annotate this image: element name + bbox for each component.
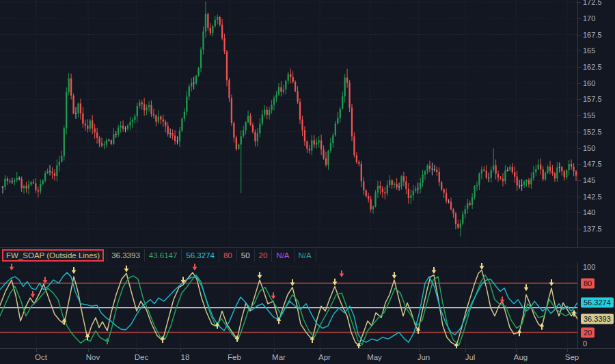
price-axis-tick [578, 35, 581, 36]
price-axis-tick [578, 132, 581, 132]
oscillator-axis-label: 100 [583, 263, 595, 271]
oscillator-axis[interactable]: 10008056.327436.339320 [577, 262, 615, 348]
month-label: May [367, 353, 382, 361]
legend-value: 56.3274 [181, 249, 219, 262]
price-axis-label: 157.5 [583, 95, 602, 103]
price-axis-tick [578, 180, 581, 181]
price-axis-tick [578, 197, 581, 197]
time-axis-tick [137, 349, 137, 352]
price-axis-tick [578, 212, 581, 213]
price-axis-label: 142.5 [583, 193, 602, 201]
month-label: Jun [418, 353, 430, 361]
month-label: Nov [86, 353, 100, 361]
month-label: Sep [565, 353, 579, 361]
price-axis-tick [578, 115, 581, 116]
price-axis-label: 147.5 [583, 160, 602, 168]
indicator-legend-strip: FW_SOAP (Outside Lines) 36.339343.614756… [0, 247, 615, 262]
month-label: Mar [272, 353, 286, 361]
time-axis-tick [370, 349, 370, 352]
price-axis-label: 167.5 [583, 31, 602, 39]
indicator-title-box[interactable]: FW_SOAP (Outside Lines) [2, 249, 104, 262]
time-axis-tick [180, 349, 181, 352]
month-label: Aug [514, 353, 528, 361]
main-grid [0, 0, 577, 247]
legend-value: N/A [294, 249, 316, 262]
price-axis-label: 140 [583, 208, 595, 216]
price-axis-label: 162.5 [583, 63, 602, 71]
price-axis-tick [578, 51, 581, 51]
month-label: Jul [465, 353, 476, 361]
price-axis-label: 165 [583, 46, 595, 55]
legend-value: 43.6147 [144, 249, 182, 262]
legend-value: 80 [219, 249, 236, 262]
price-axis-tick [578, 18, 581, 19]
time-axis-tick [320, 349, 320, 352]
price-axis[interactable]: 137.5140142.5145147.5150152.5155157.5160… [577, 0, 615, 247]
price-axis-tick [578, 67, 581, 68]
time-axis-tick [230, 349, 230, 352]
legend-value: N/A [271, 249, 293, 262]
time-axis-tick [36, 349, 37, 352]
price-axis-tick [578, 83, 581, 84]
price-axis-tick [578, 164, 581, 165]
main-price-pane[interactable] [0, 0, 577, 247]
oscillator-canvas[interactable] [0, 262, 577, 348]
legend-value: 50 [236, 249, 254, 262]
axis-value-badge: 36.3393 [581, 314, 614, 324]
price-axis-label: 137.5 [583, 225, 602, 233]
time-axis[interactable]: OctNovDec18FebMarAprMayJunJulAugSep [0, 348, 615, 364]
time-axis-tick [274, 349, 275, 352]
time-axis-tick [516, 349, 517, 352]
indicator-values: 36.339343.614756.3274805020N/AN/A [107, 249, 316, 262]
trading-chart-window: 137.5140142.5145147.5150152.5155157.5160… [0, 0, 615, 364]
time-axis-tick [88, 349, 89, 352]
time-axis-tick [465, 349, 466, 352]
price-axis-tick [578, 148, 581, 149]
legend-value: 20 [254, 249, 272, 262]
time-axis-tick [419, 349, 420, 352]
price-axis-label: 160 [583, 79, 595, 87]
price-axis-tick [578, 2, 581, 3]
price-axis-tick [578, 229, 581, 229]
price-axis-label: 155 [583, 111, 595, 120]
indicator-title: FW_SOAP (Outside Lines) [6, 251, 100, 260]
legend-value: 36.3393 [107, 249, 144, 262]
candlestick-canvas[interactable] [0, 0, 577, 247]
time-axis-tick [567, 349, 568, 352]
price-axis-label: 172.5 [583, 0, 602, 6]
month-label: Apr [318, 353, 331, 361]
month-label: Dec [135, 353, 148, 361]
price-axis-tick [578, 99, 581, 100]
month-label: 18 [181, 353, 190, 361]
axis-value-badge: 20 [581, 327, 594, 337]
price-axis-label: 145 [583, 176, 595, 184]
price-axis-label: 152.5 [583, 128, 602, 136]
axis-value-badge: 80 [581, 278, 594, 288]
axis-value-badge: 56.3274 [581, 298, 614, 308]
price-axis-label: 170 [583, 14, 595, 23]
month-label: Oct [35, 353, 47, 361]
price-axis-label: 150 [583, 144, 595, 152]
oscillator-axis-label: 0 [583, 339, 587, 348]
month-label: Feb [228, 353, 241, 361]
oscillator-pane[interactable] [0, 262, 577, 348]
